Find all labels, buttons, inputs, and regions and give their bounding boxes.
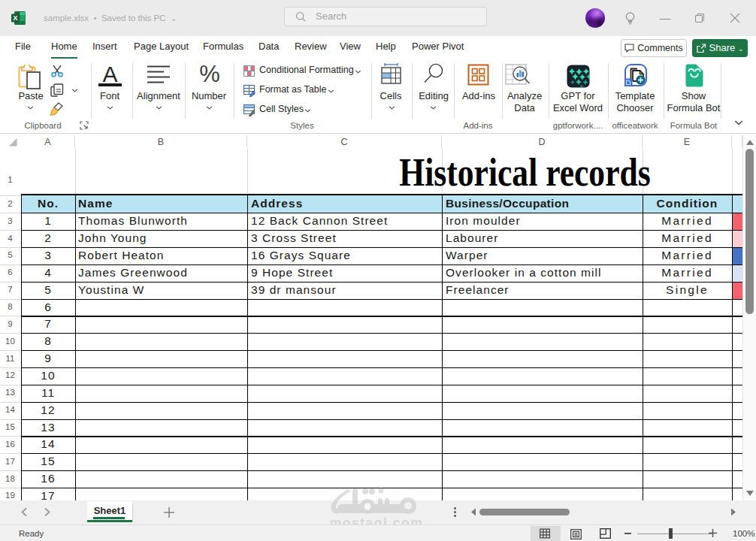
svg-text:X: X — [13, 14, 18, 22]
svg-text:A: A — [102, 63, 117, 86]
svg-text:%: % — [199, 62, 220, 86]
